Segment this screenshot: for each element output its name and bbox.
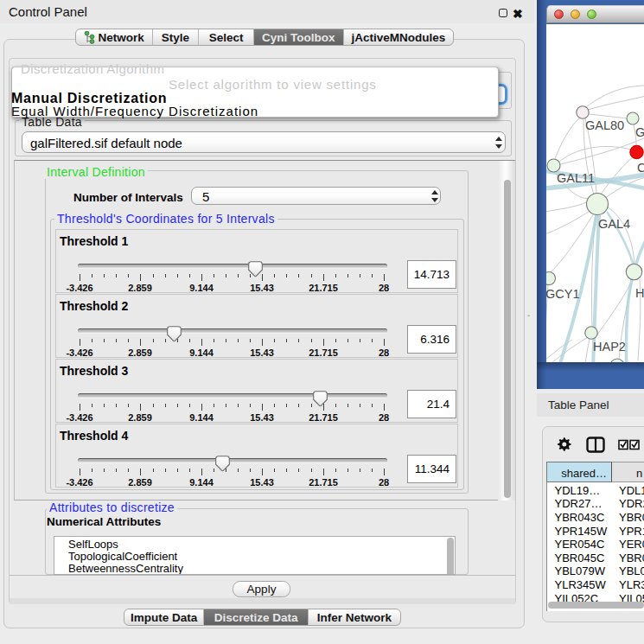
svg-text:GCY1: GCY1 xyxy=(546,287,580,301)
svg-text:GA: GA xyxy=(635,125,644,139)
svg-text:GAL80: GAL80 xyxy=(585,118,624,132)
svg-text:GAL11: GAL11 xyxy=(557,171,595,185)
svg-text:C: C xyxy=(637,161,644,175)
svg-text:H: H xyxy=(635,286,644,300)
svg-text:HAP2: HAP2 xyxy=(593,340,626,354)
svg-text:GAL4: GAL4 xyxy=(598,217,630,231)
